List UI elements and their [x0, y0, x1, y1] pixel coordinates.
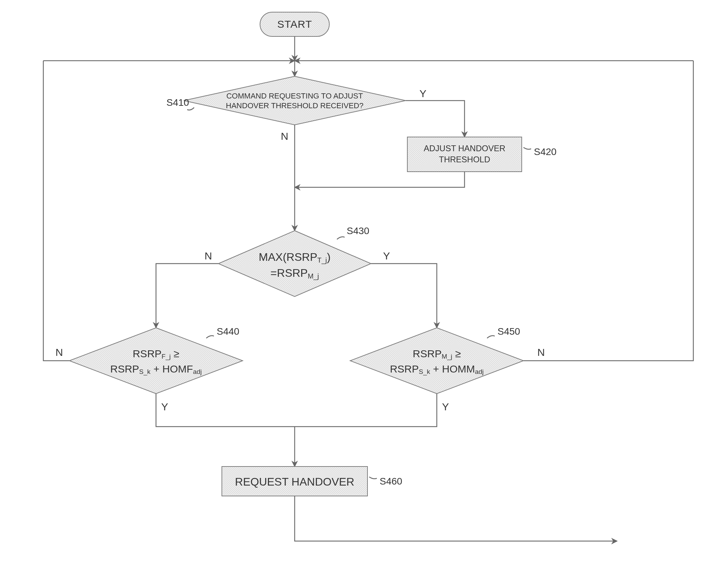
edge-label-n: N — [281, 130, 288, 142]
step-label-s450: S450 — [497, 326, 520, 337]
step-label-s440: S440 — [217, 326, 239, 337]
s440-line1: RSRPF_j ≥ — [133, 348, 180, 360]
step-label-s420: S420 — [534, 146, 556, 157]
svg-rect-5 — [407, 137, 522, 172]
flowline-s430-y — [371, 264, 437, 328]
s410-line1: COMMAND REQUESTING TO ADJUST — [226, 92, 363, 100]
step-label-s430: S430 — [347, 225, 369, 236]
edge-label-y: Y — [161, 401, 168, 412]
flowline-s440-n-loop — [43, 61, 69, 361]
decision-s430: MAX(RSRPT_j) =RSRPM_j — [218, 231, 371, 297]
step-tick — [337, 237, 345, 239]
flowline-s410-y — [406, 101, 465, 137]
edge-label-n: N — [55, 346, 63, 358]
step-tick — [487, 336, 495, 338]
process-s460: REQUEST HANDOVER — [222, 467, 367, 496]
edge-label-y: Y — [442, 401, 449, 412]
svg-marker-8 — [350, 328, 523, 394]
flowline-s430-n — [156, 264, 218, 328]
decision-s450: RSRPM_j ≥ RSRPS_k + HOMMadj — [350, 328, 523, 394]
s420-line2: THRESHOLD — [439, 155, 490, 164]
start-label: START — [277, 18, 312, 30]
s450-line1: RSRPM_j ≥ — [413, 348, 461, 360]
step-tick — [369, 477, 377, 479]
flowline-s450-n-loop — [523, 61, 693, 361]
start-terminator: START — [260, 12, 329, 36]
flowline-s460-out — [295, 496, 617, 541]
flowline-s420-out — [295, 172, 465, 187]
edge-label-y: Y — [383, 250, 390, 262]
s450-line2: RSRPS_k + HOMMadj — [390, 363, 484, 376]
svg-marker-6 — [218, 231, 371, 297]
s410-line2: HANDOVER THRESHOLD RECEIVED? — [226, 101, 364, 110]
edge-label-y: Y — [419, 88, 426, 99]
edge-label-n: N — [205, 250, 212, 262]
flowline-s440-y — [156, 394, 295, 427]
svg-marker-4 — [184, 76, 406, 125]
edge-label-n: N — [537, 346, 545, 358]
process-s420: ADJUST HANDOVER THRESHOLD — [407, 137, 522, 172]
svg-marker-7 — [69, 328, 243, 394]
s460-label: REQUEST HANDOVER — [235, 476, 354, 488]
step-label-s410: S410 — [166, 97, 189, 108]
step-tick — [206, 336, 214, 338]
s440-line2: RSRPS_k + HOMFadj — [110, 363, 202, 376]
decision-s410: COMMAND REQUESTING TO ADJUST HANDOVER TH… — [184, 76, 406, 125]
step-label-s460: S460 — [380, 476, 402, 487]
s420-line1: ADJUST HANDOVER — [424, 144, 505, 153]
step-tick — [523, 147, 531, 149]
flowline-s450-y — [295, 394, 437, 427]
decision-s440: RSRPF_j ≥ RSRPS_k + HOMFadj — [69, 328, 243, 394]
